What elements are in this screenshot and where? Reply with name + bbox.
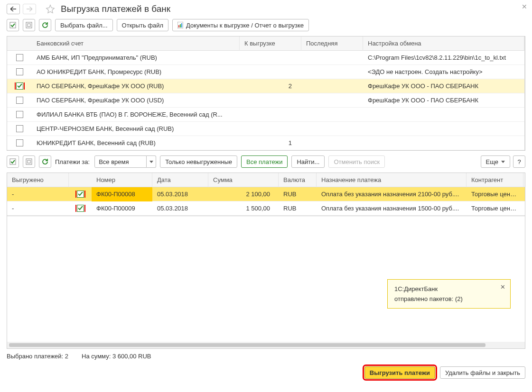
export-payments-button[interactable]: Выгрузить платежи bbox=[364, 366, 435, 379]
find-button[interactable]: Найти... bbox=[291, 155, 325, 168]
svg-rect-4 bbox=[178, 25, 179, 27]
col-purpose[interactable]: Назначение платежа bbox=[317, 173, 467, 187]
payment-date: 05.03.2018 bbox=[152, 201, 208, 216]
checkbox[interactable] bbox=[16, 54, 23, 61]
payments-check-all-button[interactable] bbox=[7, 155, 19, 168]
nav-forward-button bbox=[23, 4, 36, 14]
col-last[interactable]: Последняя bbox=[301, 36, 363, 51]
all-payments-button[interactable]: Все платежи bbox=[241, 155, 288, 168]
docs-report-label: Документы к выгрузке / Отчет о выгрузке bbox=[186, 22, 304, 29]
checkbox[interactable] bbox=[77, 205, 84, 212]
period-select[interactable]: Все время bbox=[94, 155, 147, 168]
check-all-button[interactable] bbox=[7, 19, 19, 31]
svg-rect-8 bbox=[26, 159, 32, 164]
more-button[interactable]: Еще bbox=[481, 155, 510, 168]
account-exchange: ФрешКафе УК ООО - ПАО СБЕРБАНК bbox=[363, 93, 524, 108]
payment-row[interactable]: -ФК00-П0000905.03.20181 500,00RUBОплата … bbox=[7, 201, 525, 216]
only-not-exported-button[interactable]: Только невыгруженные bbox=[160, 155, 237, 168]
report-icon bbox=[177, 22, 183, 28]
payments-hscrollbar[interactable] bbox=[7, 342, 525, 348]
payments-uncheck-all-button[interactable] bbox=[23, 155, 35, 168]
svg-rect-5 bbox=[180, 24, 181, 27]
more-label: Еще bbox=[486, 158, 498, 165]
payment-exported: - bbox=[7, 187, 69, 201]
account-row[interactable]: ПАО СБЕРБАНК, ФрешКафе УК ООО (USD)ФрешК… bbox=[7, 93, 524, 108]
account-name: АМБ БАНК, ИП "Предприниматель" (RUB) bbox=[32, 51, 240, 65]
payment-purpose: Оплата без указания назначения 2100-00 р… bbox=[317, 187, 467, 201]
payment-row[interactable]: -ФК00-П0000805.03.20182 100,00RUBОплата … bbox=[7, 187, 525, 201]
account-row[interactable]: ПАО СБЕРБАНК, ФрешКафе УК ООО (RUB)2Фреш… bbox=[7, 79, 524, 93]
accounts-table: Банковский счет К выгрузке Последняя Нас… bbox=[7, 36, 525, 151]
account-name: ЮНИКРЕДИТ БАНК, Весенний сад (RUB) bbox=[32, 136, 240, 150]
toast-title: 1С:ДиректБанк bbox=[394, 285, 504, 292]
svg-rect-9 bbox=[28, 160, 30, 163]
favorite-star-icon[interactable] bbox=[46, 4, 55, 14]
delete-files-close-button[interactable]: Удалить файлы и закрыть bbox=[440, 366, 525, 379]
col-amount[interactable]: Сумма bbox=[208, 173, 279, 187]
payment-exported: - bbox=[7, 201, 69, 216]
col-currency[interactable]: Валюта bbox=[279, 173, 317, 187]
payments-empty-area: ✕ 1С:ДиректБанк отправлено пакетов: (2) bbox=[7, 216, 525, 349]
account-row[interactable]: ЦЕНТР-ЧЕРНОЗЕМ БАНК, Весенний сад (RUB) bbox=[7, 122, 524, 136]
docs-report-button[interactable]: Документы к выгрузке / Отчет о выгрузке bbox=[172, 19, 309, 31]
account-name: ПАО СБЕРБАНК, ФрешКафе УК ООО (RUB) bbox=[32, 79, 240, 93]
account-name: АО ЮНИКРЕДИТ БАНК, Промресурс (RUB) bbox=[32, 65, 240, 79]
payments-refresh-button[interactable] bbox=[39, 155, 51, 168]
payments-period-label: Платежи за: bbox=[55, 158, 90, 165]
open-file-button[interactable]: Открыть файл bbox=[117, 19, 168, 31]
svg-rect-2 bbox=[28, 24, 30, 27]
checkbox[interactable] bbox=[16, 82, 23, 90]
svg-rect-0 bbox=[10, 22, 16, 28]
checkbox[interactable] bbox=[16, 97, 23, 104]
col-exchange[interactable]: Настройка обмена bbox=[363, 36, 524, 51]
toast-body: отправлено пакетов: (2) bbox=[394, 295, 504, 302]
account-row[interactable]: ФИЛИАЛ БАНКА ВТБ (ПАО) В Г. ВОРОНЕЖЕ, Ве… bbox=[7, 108, 524, 122]
account-row[interactable]: АО ЮНИКРЕДИТ БАНК, Промресурс (RUB)<ЭДО … bbox=[7, 65, 524, 79]
col-date[interactable]: Дата bbox=[152, 173, 208, 187]
payment-counterparty: Торговые центры - bbox=[467, 201, 523, 216]
choose-file-button[interactable]: Выбрать файл... bbox=[55, 19, 113, 31]
col-toexport[interactable]: К выгрузке bbox=[240, 36, 301, 51]
checkbox[interactable] bbox=[16, 111, 23, 118]
checkbox[interactable] bbox=[77, 191, 84, 198]
directbank-toast: ✕ 1С:ДиректБанк отправлено пакетов: (2) bbox=[387, 279, 511, 309]
col-counterparty[interactable]: Контрагент bbox=[467, 173, 523, 187]
period-dropdown-icon[interactable] bbox=[147, 155, 156, 168]
help-button[interactable]: ? bbox=[513, 155, 525, 168]
accounts-header: Банковский счет К выгрузке Последняя Нас… bbox=[7, 36, 524, 51]
accounts-scrollbar[interactable] bbox=[524, 36, 525, 150]
uncheck-all-button[interactable] bbox=[23, 19, 35, 31]
payments-header: Выгружено Номер Дата Сумма Валюта Назнач… bbox=[7, 173, 525, 187]
col-number[interactable]: Номер bbox=[92, 173, 152, 187]
col-account[interactable]: Банковский счет bbox=[32, 36, 240, 51]
payment-currency: RUB bbox=[279, 187, 317, 201]
account-toexport: 2 bbox=[240, 79, 301, 93]
account-exchange: C:\Program Files\1cv82\8.2.11.229\bin\1c… bbox=[363, 51, 524, 65]
toast-close-icon[interactable]: ✕ bbox=[500, 283, 505, 291]
col-exported[interactable]: Выгружено bbox=[7, 173, 69, 187]
svg-rect-7 bbox=[10, 159, 16, 164]
payment-amount: 2 100,00 bbox=[208, 187, 279, 201]
payment-counterparty: Торговые центры - bbox=[467, 187, 523, 201]
checkbox[interactable] bbox=[16, 68, 23, 75]
svg-rect-1 bbox=[26, 22, 32, 28]
payment-purpose: Оплата без указания назначения 1500-00 р… bbox=[317, 201, 467, 216]
refresh-button[interactable] bbox=[39, 19, 51, 31]
nav-back-button[interactable] bbox=[7, 4, 20, 14]
account-toexport: 1 bbox=[240, 136, 301, 150]
payment-number: ФК00-П00009 bbox=[92, 201, 152, 216]
checkbox[interactable] bbox=[16, 139, 23, 146]
status-selected: Выбрано платежей: 2 bbox=[7, 353, 68, 360]
account-name: ПАО СБЕРБАНК, ФрешКафе УК ООО (USD) bbox=[32, 93, 240, 108]
account-row[interactable]: АМБ БАНК, ИП "Предприниматель" (RUB)C:\P… bbox=[7, 51, 524, 65]
checkbox[interactable] bbox=[16, 125, 23, 132]
payment-amount: 1 500,00 bbox=[208, 201, 279, 216]
payment-number: ФК00-П00008 bbox=[92, 187, 152, 201]
payment-currency: RUB bbox=[279, 201, 317, 216]
account-row[interactable]: ЮНИКРЕДИТ БАНК, Весенний сад (RUB)1 bbox=[7, 136, 524, 150]
chevron-down-icon bbox=[501, 161, 505, 163]
page-title: Выгрузка платежей в банк bbox=[61, 4, 170, 14]
account-name: ФИЛИАЛ БАНКА ВТБ (ПАО) В Г. ВОРОНЕЖЕ, Ве… bbox=[32, 108, 240, 122]
status-sum: На сумму: 3 600,00 RUB bbox=[82, 353, 151, 360]
close-icon[interactable]: ✕ bbox=[522, 3, 527, 10]
